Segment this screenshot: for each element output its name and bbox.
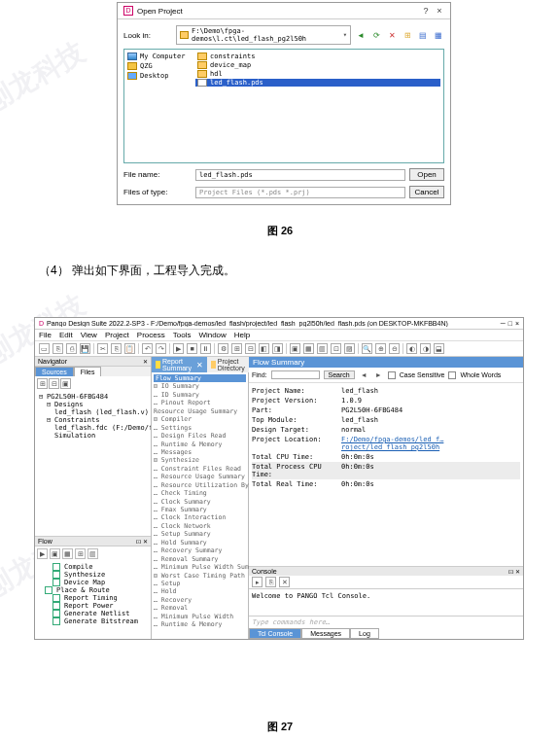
tab-project-directory[interactable]: Project Directory <box>207 357 252 372</box>
flow-item[interactable]: Report Power <box>37 602 149 610</box>
toolbar-icon[interactable]: ▣ <box>290 343 300 354</box>
toolbar-icon[interactable]: ▦ <box>303 343 314 354</box>
menu-process[interactable]: Process <box>137 331 165 339</box>
tree-row[interactable]: … Setup Summary <box>154 530 246 538</box>
toolbar-icon[interactable]: ↶ <box>142 343 153 354</box>
list-item[interactable]: constraints <box>195 53 440 60</box>
close-icon[interactable]: ✕ <box>515 569 520 575</box>
toolbar-icon[interactable]: 🔍 <box>362 343 372 354</box>
list-item[interactable]: hdl <box>195 70 440 78</box>
tree-row[interactable]: … Removal Summary <box>154 555 246 563</box>
flow-item[interactable]: Compile <box>37 563 149 571</box>
console-tb-icon[interactable]: ▸ <box>252 577 262 587</box>
tree-row[interactable]: led_flash (led_flash.v) <box>37 408 149 416</box>
prev-icon[interactable]: ◄ <box>359 370 369 380</box>
tree-row[interactable]: led_flash.fdc (F:/Demo/fpg… <box>37 424 149 432</box>
flow-tree[interactable]: CompileSynthesizeDevice MapPlace & Route… <box>35 561 151 639</box>
next-icon[interactable]: ► <box>373 370 384 380</box>
console-tb-icon[interactable]: ⎘ <box>265 577 276 587</box>
path-combo[interactable]: F:\Demo\fpga-demos\l.ct\led_flash_pg2l50… <box>176 25 351 45</box>
tree-row[interactable]: … Recovery Summary <box>154 546 246 554</box>
tree-row[interactable]: … Minimum Pulse Width Summary <box>154 563 246 571</box>
flow-tb-icon[interactable]: ▥ <box>88 548 98 559</box>
toolbar-icon[interactable]: ▶ <box>173 343 184 354</box>
detail-view-icon[interactable]: ▦ <box>433 29 444 41</box>
menu-project[interactable]: Project <box>105 331 129 339</box>
tree-row[interactable]: ⊟Constraints <box>37 416 149 424</box>
tree-row[interactable]: ⊟ Worst Case Timing Path <box>154 572 246 580</box>
close-button[interactable]: × <box>515 320 519 327</box>
file-list[interactable]: constraints device_map hdl led_flash.pds <box>192 50 443 162</box>
tab-files[interactable]: Files <box>74 367 102 376</box>
tree-row[interactable]: ⊟PG2L50H-6FBG484 <box>37 393 149 401</box>
toolbar-icon[interactable]: ✂ <box>97 343 108 354</box>
flow-item[interactable]: Report Timing <box>37 594 149 602</box>
file-name-input[interactable] <box>195 169 405 181</box>
tree-row[interactable]: ⊟Designs <box>37 401 149 408</box>
menu-window[interactable]: Window <box>198 331 226 339</box>
sidebar-item-desktop[interactable]: Desktop <box>127 72 190 80</box>
toolbar-icon[interactable]: ⎘ <box>52 343 63 354</box>
toolbar-icon[interactable]: ⬓ <box>434 343 444 354</box>
tree-row[interactable]: … Setup <box>154 580 246 587</box>
tab-tcl-console[interactable]: Tcl Console <box>249 628 301 639</box>
tree-row[interactable]: … Clock Interaction <box>154 513 246 521</box>
help-button[interactable]: ? <box>421 6 431 16</box>
console-prompt[interactable]: Type commands here… <box>249 617 523 628</box>
toolbar-icon[interactable]: ▨ <box>344 343 355 354</box>
flow-tb-icon[interactable]: ▣ <box>50 548 60 559</box>
tree-row[interactable]: … Hold Summary <box>154 539 246 546</box>
tree-row[interactable]: ⊟ IO Summary <box>154 382 246 390</box>
tree-row[interactable]: … Runtime & Memory <box>154 440 246 448</box>
tree-row[interactable]: Simulation <box>37 432 149 440</box>
file-type-input[interactable] <box>195 187 405 198</box>
toolbar-icon[interactable]: ◐ <box>406 343 417 354</box>
menu-tools[interactable]: Tools <box>173 331 192 339</box>
tree-row[interactable]: … Resource Utilization By Ent… <box>154 481 246 489</box>
flow-tb-icon[interactable]: ⊞ <box>75 548 86 559</box>
toolbar-icon[interactable]: ◧ <box>259 343 269 354</box>
search-button[interactable]: Search <box>324 370 355 379</box>
toolbar-icon[interactable]: 💾 <box>80 343 90 354</box>
sources-tree[interactable]: ⊟PG2L50H-6FBG484⊟Designsled_flash (led_f… <box>35 391 151 536</box>
tree-row[interactable]: … Resource Usage Summary <box>154 473 246 480</box>
menu-view[interactable]: View <box>81 331 97 339</box>
tree-row[interactable]: … Hold <box>154 587 246 595</box>
flow-item[interactable]: Generate Netlist <box>37 610 149 617</box>
tab-report-summary[interactable]: Report Summary✕ <box>152 357 207 372</box>
console-tb-icon[interactable]: ✕ <box>279 577 290 587</box>
tab-messages[interactable]: Messages <box>301 628 350 639</box>
tree-row[interactable]: … Fmax Summary <box>154 506 246 513</box>
dock-close-icon[interactable]: ✕ <box>143 358 148 365</box>
toolbar-icon[interactable]: ▭ <box>39 343 50 354</box>
tree-row[interactable]: … Clock Summary <box>154 498 246 506</box>
report-tree[interactable]: Flow Summary ⊟ IO Summary … ID Summary …… <box>152 372 248 631</box>
nav-tb-icon[interactable]: ⊞ <box>37 378 48 389</box>
tree-row[interactable]: … Pinout Report <box>154 399 246 406</box>
toolbar-icon[interactable]: ⊟ <box>245 343 256 354</box>
toolbar-icon[interactable]: ⏸ <box>200 343 211 354</box>
close-button[interactable]: × <box>435 6 444 16</box>
tree-row[interactable]: … Minimum Pulse Width <box>154 613 246 620</box>
refresh-icon[interactable]: ⟳ <box>370 29 382 41</box>
nav-tb-icon[interactable]: ⊟ <box>49 378 59 389</box>
toolbar-icon[interactable]: ⊞ <box>231 343 242 354</box>
toolbar-icon[interactable]: ◨ <box>272 343 283 354</box>
toolbar-icon[interactable]: ■ <box>187 343 197 354</box>
sidebar-item-computer[interactable]: My Computer <box>127 53 190 60</box>
tree-row[interactable]: … Removal <box>154 604 246 612</box>
list-item[interactable]: device_map <box>195 61 440 69</box>
toolbar-icon[interactable]: ↷ <box>156 343 166 354</box>
maximize-button[interactable]: □ <box>508 320 512 327</box>
tree-row-selected[interactable]: Flow Summary <box>154 374 246 382</box>
tree-row[interactable]: ⊟ Compiler <box>154 415 246 423</box>
menu-edit[interactable]: Edit <box>59 331 73 339</box>
tree-row[interactable]: … Runtime & Memory <box>154 620 246 628</box>
toolbar-icon[interactable]: ▥ <box>317 343 328 354</box>
toolbar-icon[interactable]: ⎘ <box>111 343 122 354</box>
tree-row[interactable]: … Recovery <box>154 596 246 604</box>
tree-row[interactable]: … Check Timing <box>154 489 246 497</box>
new-folder-icon[interactable]: ⊞ <box>402 29 413 41</box>
tree-row[interactable]: … Messages <box>154 448 246 456</box>
list-item-selected[interactable]: led_flash.pds <box>195 79 440 87</box>
